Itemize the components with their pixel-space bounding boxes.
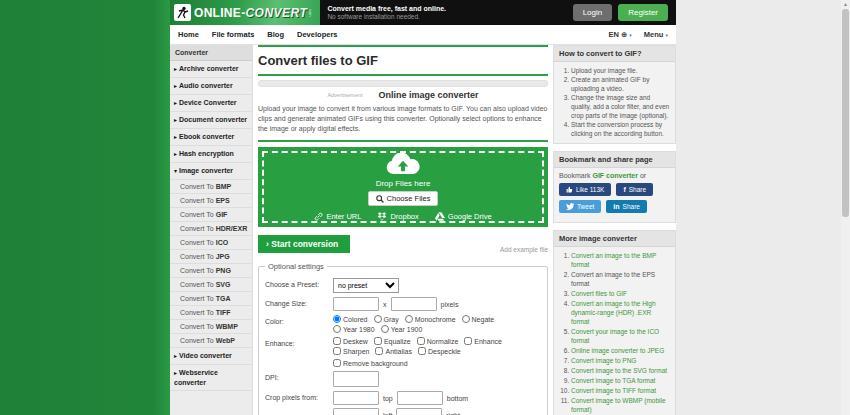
radio-button[interactable] <box>405 315 413 323</box>
sidebar-subitem-convert-to[interactable]: Convert To TGA <box>170 292 252 306</box>
more-converter-link[interactable]: Convert image to TGA format <box>571 377 655 384</box>
sidebar-item[interactable]: ▸Device Converter <box>170 95 252 112</box>
enhance-checkbox-option[interactable]: Normalize <box>417 337 459 345</box>
more-converter-link[interactable]: Convert an image to the BMP format <box>571 252 656 268</box>
sidebar-item[interactable]: ▸Archive converter <box>170 61 252 78</box>
gif-converter-link[interactable]: GIF converter <box>592 172 638 179</box>
howto-title: How to convert to GIF? <box>554 46 675 62</box>
twitter-bird-icon <box>566 203 574 210</box>
sidebar-item[interactable]: ▸Ebook converter <box>170 129 252 146</box>
crop-bottom-input[interactable] <box>397 391 443 405</box>
sidebar-subitem-convert-to[interactable]: Convert To SVG <box>170 278 252 292</box>
crop-left-input[interactable] <box>333 408 379 415</box>
register-button[interactable]: Register <box>618 4 668 21</box>
sidebar-subitem-convert-to[interactable]: Convert To TIFF <box>170 306 252 320</box>
facebook-like-button[interactable]: Like 113K <box>559 183 611 196</box>
sidebar-subitem-convert-to[interactable]: Convert To GIF <box>170 208 252 222</box>
dpi-input[interactable] <box>333 371 379 387</box>
checkbox[interactable] <box>333 359 341 367</box>
enhance-checkbox-option[interactable]: Sharpen <box>333 347 369 355</box>
scrollbar-thumb[interactable] <box>842 9 849 217</box>
more-converter-link[interactable]: Online image converter to JPEG <box>571 347 664 354</box>
enhance-checkbox-option[interactable]: Antialias <box>375 347 411 355</box>
more-converter-link[interactable]: Convert your image to the ICO format <box>571 328 659 344</box>
more-converter-link[interactable]: Convert image to PNG <box>571 357 636 364</box>
sidebar-item[interactable]: ▸Audio converter <box>170 78 252 95</box>
sidebar-item-image-converter[interactable]: ▾Image converter <box>170 163 252 180</box>
page-scrollbar[interactable]: ▲ <box>841 0 850 415</box>
sidebar-subitem-convert-to[interactable]: Convert To HDR/EXR <box>170 222 252 236</box>
enhance-checkbox-option[interactable]: Equalize <box>374 337 411 345</box>
sidebar-item[interactable]: ▸Video converter <box>170 348 252 365</box>
more-converter-link[interactable]: Convert image to the SVG format <box>571 367 667 374</box>
color-radio-option[interactable]: Year 1900 <box>381 325 423 333</box>
checkbox[interactable] <box>333 337 341 345</box>
sidebar-subitem-convert-to[interactable]: Convert To ICO <box>170 236 252 250</box>
menu-button[interactable]: Menu ▾ <box>644 30 668 39</box>
color-radio-option[interactable]: Year 1980 <box>333 325 375 333</box>
sidebar-item[interactable]: ▸Document converter <box>170 112 252 129</box>
sidebar-item[interactable]: ▸Webservice converter <box>170 365 252 391</box>
more-converter-link[interactable]: Convert files to GIF <box>571 290 627 297</box>
color-radio-option[interactable]: Colored <box>333 315 368 323</box>
checkbox[interactable] <box>333 347 341 355</box>
dropbox-button[interactable]: Dropbox <box>377 212 418 221</box>
crop-right-input[interactable] <box>396 408 442 415</box>
google-drive-button[interactable]: Google Drive <box>435 212 492 221</box>
login-button[interactable]: Login <box>573 4 613 21</box>
sidebar-subitem-convert-to[interactable]: Convert To BMP <box>170 180 252 194</box>
chevron-right-icon: ▸ <box>174 100 177 106</box>
scrollbar-up-icon[interactable]: ▲ <box>841 0 850 8</box>
optional-settings-fieldset: Optional settings Choose a Preset: no pr… <box>258 262 548 415</box>
nav-item-file-formats[interactable]: File formats <box>212 30 255 39</box>
sidebar-item[interactable]: ▸Hash encryption <box>170 146 252 163</box>
sidebar-subitem-convert-to[interactable]: Convert To PNG <box>170 264 252 278</box>
site-logo[interactable]: ONLINE-CONVERTcom <box>170 0 320 25</box>
crop-top-input[interactable] <box>333 391 379 405</box>
facebook-share-button[interactable]: f Share <box>616 183 653 196</box>
color-radio-option[interactable]: Gray <box>374 315 399 323</box>
more-converter-link[interactable]: Convert an image to the High dynamic-ran… <box>571 300 656 325</box>
width-input[interactable] <box>333 297 379 311</box>
enter-url-button[interactable]: Enter URL <box>314 212 361 221</box>
choose-files-button[interactable]: Choose Files <box>368 191 439 206</box>
preset-label: Choose a Preset: <box>265 278 333 288</box>
sidebar-subitem-convert-to[interactable]: Convert To WBMP <box>170 320 252 334</box>
color-radio-option[interactable]: Negate <box>462 315 495 323</box>
checkbox[interactable] <box>417 337 425 345</box>
color-radio-option[interactable]: Monochrome <box>405 315 456 323</box>
file-dropzone[interactable]: Drop Files here Choose Files Enter URL D… <box>258 147 548 227</box>
height-input[interactable] <box>391 297 437 311</box>
more-converter-link[interactable]: Convert image to WBMP (mobile format) <box>571 397 666 413</box>
checkbox[interactable] <box>375 347 383 355</box>
enhance-checkbox-option[interactable]: Remove background <box>333 359 408 367</box>
more-converter-list: Convert an image to the BMP formatConver… <box>559 251 670 415</box>
enhance-checkbox-option[interactable]: Deskew <box>333 337 368 345</box>
checkbox[interactable] <box>464 337 472 345</box>
checkbox[interactable] <box>418 347 426 355</box>
sidebar-subitem-convert-to[interactable]: Convert To WebP <box>170 334 252 348</box>
nav-item-blog[interactable]: Blog <box>267 30 284 39</box>
more-converter-link[interactable]: Convert image to TIFF format <box>571 387 656 394</box>
linkedin-share-button[interactable]: in Share <box>606 200 647 213</box>
radio-button[interactable] <box>462 315 470 323</box>
radio-button[interactable] <box>374 315 382 323</box>
nav-item-developers[interactable]: Developers <box>297 30 337 39</box>
tagline-secondary: No software installation needed. <box>327 13 446 21</box>
enhance-checkbox-option[interactable]: Despeckle <box>418 347 461 355</box>
tweet-button[interactable]: Tweet <box>559 200 601 213</box>
add-example-file-link[interactable]: Add example file <box>500 246 548 253</box>
more-converter-link[interactable]: Convert an image to the EPS format <box>571 271 655 287</box>
sidebar-subitem-convert-to[interactable]: Convert To JPG <box>170 250 252 264</box>
sidebar-subitem-convert-to[interactable]: Convert To EPS <box>170 194 252 208</box>
start-conversion-button[interactable]: › Start conversion <box>258 235 350 253</box>
enhance-checkbox-option[interactable]: Enhance <box>464 337 502 345</box>
radio-button[interactable] <box>333 315 341 323</box>
language-selector[interactable]: EN ⊕ ▾ <box>608 30 631 39</box>
nav-item-home[interactable]: Home <box>178 30 199 39</box>
preset-select[interactable]: no preset <box>333 278 399 293</box>
radio-button[interactable] <box>381 325 389 333</box>
runner-logo-icon <box>174 4 191 21</box>
radio-button[interactable] <box>333 325 341 333</box>
checkbox[interactable] <box>374 337 382 345</box>
